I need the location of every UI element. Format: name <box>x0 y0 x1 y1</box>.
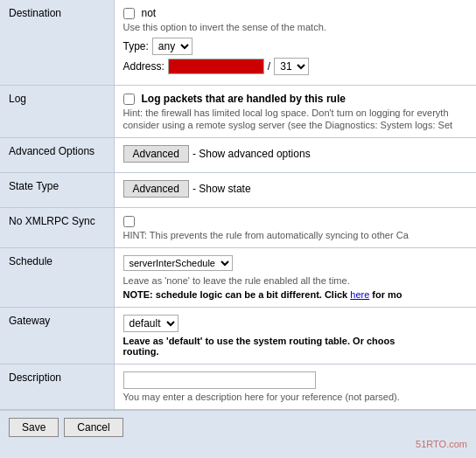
schedule-value-cell: serverInterSchedule Leave as 'none' to l… <box>114 248 476 308</box>
schedule-hint2-link[interactable]: here <box>350 289 369 300</box>
no-xmlrpc-label: No XMLRPC Sync <box>0 208 114 248</box>
description-hint: You may enter a description here for you… <box>123 392 468 402</box>
form-buttons: Save Cancel <box>0 410 476 444</box>
cancel-button[interactable]: Cancel <box>64 418 122 437</box>
state-type-value-cell: Advanced - Show state <box>114 173 476 208</box>
state-type-hint: - Show state <box>192 183 251 195</box>
description-row: Description You may enter a description … <box>0 364 476 410</box>
address-label: Address: <box>123 60 164 73</box>
slash-label: / <box>268 60 270 73</box>
not-row: not <box>123 7 468 19</box>
log-row: Log Log packets that are handled by this… <box>0 86 476 138</box>
no-xmlrpc-value-cell: HINT: This prevents the rule from automa… <box>114 208 476 248</box>
schedule-label: Schedule <box>0 248 114 308</box>
description-input[interactable] <box>123 371 316 389</box>
schedule-hint2-row: NOTE: schedule logic can be a bit differ… <box>123 289 468 300</box>
type-select[interactable]: any <box>152 38 192 55</box>
schedule-hint1: Leave as 'none' to leave the rule enable… <box>123 275 468 286</box>
log-hint2: consider using a remote syslog server (s… <box>123 120 468 130</box>
schedule-row: Schedule serverInterSchedule Leave as 'n… <box>0 248 476 308</box>
gateway-hint2: routing. <box>123 346 468 357</box>
no-xmlrpc-hint: HINT: This prevents the rule from automa… <box>123 230 468 240</box>
type-row: Type: any <box>123 38 468 55</box>
advanced-options-value-cell: Advanced - Show advanced options <box>114 138 476 173</box>
no-xmlrpc-checkbox[interactable] <box>123 216 135 227</box>
not-hint: Use this option to invert the sense of t… <box>123 22 468 32</box>
advanced-options-label: Advanced Options <box>0 138 114 173</box>
not-checkbox[interactable] <box>123 8 135 19</box>
gateway-label: Gateway <box>0 308 114 364</box>
destination-label: Destination <box>0 0 114 86</box>
schedule-hint2-prefix: NOTE: schedule logic can be a bit differ… <box>123 289 351 300</box>
destination-row: Destination not Use this option to inver… <box>0 0 476 86</box>
schedule-hint2-suffix: for mo <box>369 289 402 300</box>
gateway-row: Gateway default Leave as 'default' to us… <box>0 308 476 364</box>
watermark: 51RTO.com <box>416 439 467 449</box>
log-checkbox[interactable] <box>123 94 135 105</box>
gateway-hint1: Leave as 'default' to use the system rou… <box>123 336 468 346</box>
cidr-select[interactable]: 31 <box>274 58 309 75</box>
type-label: Type: <box>123 40 149 52</box>
description-value-cell: You may enter a description here for you… <box>114 364 476 410</box>
log-value-cell: Log packets that are handled by this rul… <box>114 86 476 138</box>
advanced-options-btn-row: Advanced - Show advanced options <box>123 145 468 163</box>
gateway-select[interactable]: default <box>123 315 178 332</box>
log-label: Log <box>0 86 114 138</box>
no-xmlrpc-row: No XMLRPC Sync HINT: This prevents the r… <box>0 208 476 248</box>
advanced-options-row: Advanced Options Advanced - Show advance… <box>0 138 476 173</box>
advanced-options-hint: - Show advanced options <box>192 148 311 160</box>
advanced-options-button[interactable]: Advanced <box>123 145 189 163</box>
log-checkbox-row: Log packets that are handled by this rul… <box>123 93 468 105</box>
description-label: Description <box>0 364 114 410</box>
destination-value-cell: not Use this option to invert the sense … <box>114 0 476 86</box>
log-checkbox-label: Log packets that are handled by this rul… <box>142 93 346 105</box>
state-type-row: State Type Advanced - Show state <box>0 173 476 208</box>
gateway-value-cell: default Leave as 'default' to use the sy… <box>114 308 476 364</box>
state-type-btn-row: Advanced - Show state <box>123 180 468 198</box>
log-hint1: Hint: the firewall has limited local log… <box>123 108 468 118</box>
address-input[interactable] <box>168 59 264 74</box>
save-button[interactable]: Save <box>9 418 59 437</box>
not-label: not <box>142 7 157 19</box>
firewall-rule-form: Destination not Use this option to inver… <box>0 0 476 410</box>
state-type-label: State Type <box>0 173 114 208</box>
schedule-select[interactable]: serverInterSchedule <box>123 255 233 271</box>
address-row: Address: / 31 <box>123 58 468 75</box>
state-type-button[interactable]: Advanced <box>123 180 189 198</box>
